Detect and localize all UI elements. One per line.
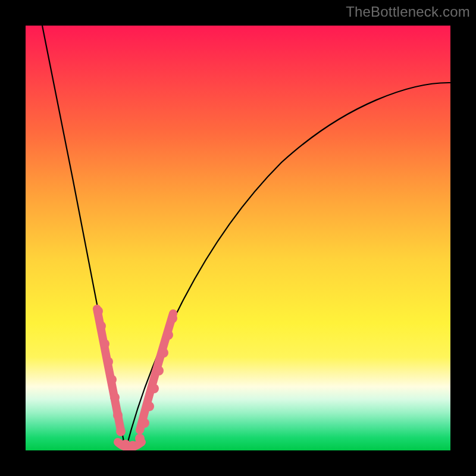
svg-point-12: [145, 402, 154, 411]
curve-right-branch: [126, 83, 450, 450]
svg-point-6: [113, 411, 123, 420]
svg-point-7: [116, 427, 126, 436]
frame-border-right: [450, 0, 476, 476]
svg-point-14: [154, 366, 164, 375]
bottleneck-curve: [42, 26, 450, 450]
chart-frame: TheBottleneck.com: [0, 0, 476, 476]
svg-point-10: [135, 434, 145, 443]
svg-point-4: [107, 375, 117, 384]
svg-point-9: [128, 441, 137, 450]
svg-point-11: [140, 418, 149, 428]
svg-point-3: [104, 357, 113, 367]
svg-point-17: [168, 314, 177, 323]
svg-point-2: [100, 339, 109, 349]
svg-point-15: [159, 348, 168, 358]
plot-area: [26, 26, 450, 450]
svg-point-16: [164, 330, 173, 340]
watermark-text: TheBottleneck.com: [346, 4, 470, 20]
svg-point-1: [96, 321, 106, 331]
svg-point-0: [93, 306, 103, 316]
svg-point-5: [110, 393, 120, 402]
frame-border-left: [0, 0, 26, 476]
curve-layer: [26, 26, 450, 450]
frame-border-bottom: [0, 450, 476, 476]
svg-point-13: [149, 384, 159, 393]
